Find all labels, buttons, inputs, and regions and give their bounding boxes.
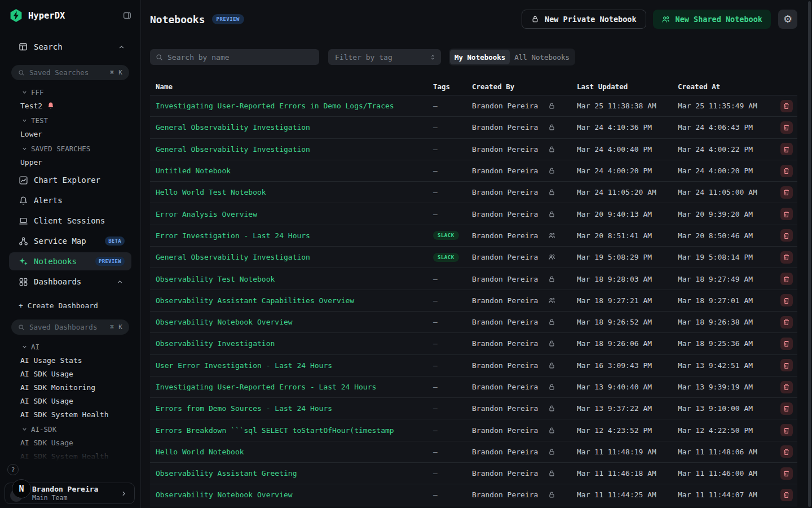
sidebar-group-header[interactable]: AI-SDK: [0, 422, 140, 436]
delete-notebook-button[interactable]: [780, 143, 793, 155]
delete-notebook-button[interactable]: [780, 424, 793, 436]
chevron-up-icon[interactable]: [116, 278, 123, 286]
nav-badge: BETA: [105, 237, 125, 246]
delete-notebook-button[interactable]: [780, 338, 793, 350]
delete-notebook-button[interactable]: [780, 381, 793, 393]
sidebar-saved-item[interactable]: AI SDK Usage: [0, 394, 140, 408]
table-row: Errors Breakdown ```sql SELECT toStartOf…: [150, 419, 797, 441]
trash-icon: [783, 405, 790, 412]
collapse-sidebar-icon[interactable]: [123, 11, 131, 20]
created-by-cell: Brandon Pereira: [466, 203, 571, 224]
create-dashboard-button[interactable]: + Create Dashboard: [0, 297, 140, 314]
delete-notebook-button[interactable]: [780, 100, 793, 112]
sidebar-saved-item[interactable]: AI SDK System Health: [0, 449, 140, 463]
created-by-name: Brandon Pereira: [472, 253, 548, 261]
delete-notebook-button[interactable]: [780, 121, 793, 134]
notebook-name-link[interactable]: Errors from Demo Sources - Last 24 Hours: [150, 398, 427, 419]
created-by-cell: Brandon Pereira: [466, 117, 571, 138]
notebook-name-link[interactable]: General Observability Investigation: [150, 139, 427, 160]
chevron-up-icon[interactable]: [118, 43, 125, 51]
sidebar-saved-item[interactable]: Upper: [0, 155, 140, 169]
notebook-name-link[interactable]: Investigating User-Reported Errors in De…: [150, 95, 427, 116]
delete-notebook-button[interactable]: [780, 165, 793, 177]
created-by-name: Brandon Pereira: [472, 210, 548, 218]
sidebar-item-alerts[interactable]: Alerts: [9, 191, 131, 209]
notebook-name-link[interactable]: Error Investigation - Last 24 Hours: [150, 225, 427, 246]
sidebar-group-header[interactable]: SAVED SEARCHES: [0, 142, 140, 155]
column-header-last-updated: Last Updated: [571, 82, 672, 91]
filter-by-tag-select[interactable]: Filter by tag: [328, 49, 441, 65]
new-shared-notebook-button[interactable]: New Shared Notebook: [653, 10, 771, 29]
notebook-name-link[interactable]: Observability Notebook Overview: [150, 312, 427, 332]
trash-icon: [783, 427, 790, 434]
notebook-name-link[interactable]: Error Analysis Overview: [150, 203, 427, 224]
sidebar-item-dashboards[interactable]: Dashboards: [9, 273, 131, 291]
created-at-cell: Mar 13 9:10:00 AM: [672, 398, 775, 419]
delete-notebook-button[interactable]: [780, 467, 793, 480]
sidebar-section-search[interactable]: Search: [0, 37, 140, 56]
delete-notebook-button[interactable]: [780, 251, 793, 264]
notebook-name-link[interactable]: User Error Investigation - Last 24 Hours: [150, 355, 427, 376]
delete-notebook-button[interactable]: [780, 186, 793, 199]
empty-tag: —: [433, 404, 438, 413]
notebook-name-link[interactable]: General Observability Investigation: [150, 247, 427, 268]
notebook-name-link[interactable]: Observability Investigation: [150, 333, 427, 354]
notebook-name-link[interactable]: Investigating User-Reported Errors - Las…: [150, 376, 427, 397]
created-by-name: Brandon Pereira: [472, 145, 548, 154]
chevron-down-icon: [21, 117, 28, 124]
delete-notebook-button[interactable]: [780, 359, 793, 371]
delete-notebook-button[interactable]: [780, 402, 793, 415]
delete-notebook-button[interactable]: [780, 229, 793, 242]
trash-icon: [783, 146, 790, 153]
delete-notebook-button[interactable]: [780, 489, 793, 501]
sidebar-group-header[interactable]: FFF: [0, 85, 140, 99]
saved-dashboards-input[interactable]: Saved Dashboards ⌘ K: [11, 319, 129, 335]
delete-notebook-button[interactable]: [780, 294, 793, 306]
sidebar-saved-item[interactable]: AI SDK Usage: [0, 436, 140, 449]
saved-item-label: AI SDK Usage: [20, 397, 73, 405]
notebook-name-link[interactable]: Observability Assistant Greeting: [150, 463, 427, 484]
help-button[interactable]: ?: [7, 464, 19, 475]
sidebar-saved-item[interactable]: AI Usage Stats: [0, 353, 140, 367]
group-label: SAVED SEARCHES: [31, 144, 90, 153]
created-at-cell: Mar 13 9:42:51 AM: [672, 355, 775, 376]
sidebar-saved-item[interactable]: AI SDK Usage: [0, 367, 140, 380]
delete-notebook-button[interactable]: [780, 273, 793, 285]
sidebar-item-notebooks[interactable]: NotebooksPREVIEW: [9, 252, 131, 270]
sidebar-item-chart-explorer[interactable]: Chart Explorer: [9, 171, 131, 189]
table-row: Investigating User-Reported Errors in De…: [150, 95, 797, 117]
search-by-name-input[interactable]: Search by name: [150, 49, 319, 65]
notebook-name-link[interactable]: Observability Test Notebook: [150, 268, 427, 289]
notebook-name-link[interactable]: Hello World Test Notebook: [150, 182, 427, 203]
last-updated-cell: Mar 18 9:26:06 AM: [571, 333, 672, 354]
notebook-name-link[interactable]: Observability Notebook Overview: [150, 484, 427, 505]
user-card[interactable]: N Brandon Pereira Main Team: [5, 483, 135, 504]
page-scrollbar[interactable]: [808, 1, 811, 507]
notebook-name-link[interactable]: General Observability Investigation: [150, 117, 427, 138]
tab-my-notebooks[interactable]: My Notebooks: [450, 50, 510, 64]
actions-cell: [775, 225, 797, 246]
sidebar-saved-item[interactable]: Test2: [0, 99, 140, 112]
saved-searches-input[interactable]: Saved Searches ⌘ K: [11, 65, 129, 80]
actions-cell: [775, 376, 797, 397]
notebook-name-link[interactable]: Untitled Notebook: [150, 160, 427, 181]
sidebar-item-client-sessions[interactable]: Client Sessions: [9, 212, 131, 230]
tab-all-notebooks[interactable]: All Notebooks: [510, 50, 574, 64]
sidebar-group-header[interactable]: TEST: [0, 113, 140, 127]
notebook-name-link[interactable]: Hello World Notebook: [150, 441, 427, 462]
delete-notebook-button[interactable]: [780, 208, 793, 220]
sidebar-saved-item[interactable]: Lower: [0, 127, 140, 141]
created-by-cell: Brandon Pereira: [466, 484, 571, 505]
delete-notebook-button[interactable]: [780, 445, 793, 458]
notebook-name-link[interactable]: Errors Breakdown ```sql SELECT toStartOf…: [150, 419, 427, 440]
lock-icon: [548, 211, 555, 218]
sidebar-saved-item[interactable]: AI SDK Monitoring: [0, 380, 140, 394]
settings-button[interactable]: ⚙: [778, 10, 797, 29]
sidebar-saved-item[interactable]: AI SDK System Health: [0, 408, 140, 421]
sidebar-group-header[interactable]: AI: [0, 340, 140, 353]
notebook-name-link[interactable]: Observability Assistant Capabilities Ove…: [150, 290, 427, 311]
sidebar-item-service-map[interactable]: Service MapBETA: [9, 232, 131, 250]
chevron-down-icon: [21, 89, 28, 95]
delete-notebook-button[interactable]: [780, 316, 793, 329]
new-private-notebook-button[interactable]: New Private Notebook: [522, 10, 646, 29]
